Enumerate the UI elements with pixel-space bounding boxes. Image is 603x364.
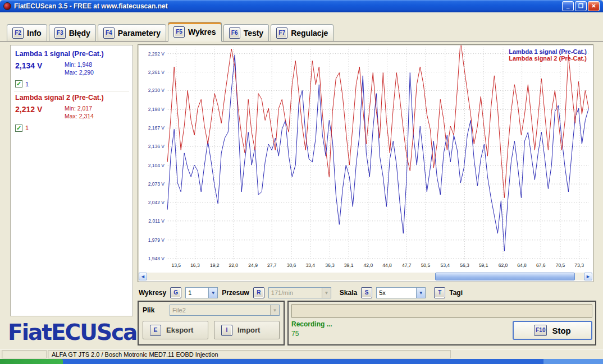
svg-text:42,0: 42,0 [364, 262, 373, 268]
svg-text:30,6: 30,6 [287, 262, 296, 268]
svg-text:73,3: 73,3 [574, 262, 584, 268]
f4-keycap-icon: F4 [103, 27, 115, 39]
chevron-down-icon: ▼ [270, 305, 279, 315]
svg-text:67,6: 67,6 [536, 262, 546, 268]
file-select-value: File2 [170, 307, 270, 314]
plik-label: Plik [143, 306, 164, 314]
signal-value: 2,212 V [15, 105, 65, 114]
t-key-button[interactable]: T [434, 287, 445, 298]
stop-button[interactable]: F10 Stop [513, 321, 592, 340]
f3-keycap-icon: F3 [54, 27, 66, 39]
stop-button-label: Stop [552, 326, 570, 335]
f6-keycap-icon: F6 [229, 27, 240, 39]
g-key-button[interactable]: G [170, 287, 181, 298]
recording-status: Recording ... [291, 320, 513, 329]
svg-text:13,5: 13,5 [172, 262, 181, 268]
svg-text:2,167 V: 2,167 V [148, 125, 165, 131]
file-groupbox: Plik File2 ▼ E Eksport I Import [138, 301, 285, 345]
svg-text:50,5: 50,5 [421, 262, 431, 268]
app-icon [3, 2, 11, 10]
svg-text:16,3: 16,3 [190, 262, 200, 268]
svg-text:62,0: 62,0 [499, 262, 508, 268]
tab-testy-label: Testy [244, 29, 264, 38]
skala-select-value: 5x [377, 289, 416, 296]
close-button[interactable]: ✕ [588, 1, 600, 11]
scroll-thumb[interactable] [435, 273, 575, 280]
svg-text:27,7: 27,7 [267, 262, 277, 268]
signal-channel: 1 [25, 81, 29, 87]
signal-minmax: Min: 2,017 Max: 2,314 [65, 105, 94, 120]
tagi-label: Tagi [449, 289, 463, 297]
import-button-label: Import [237, 326, 260, 334]
taskbar [0, 359, 603, 364]
status-bar: ALFA GT JTS 2.0 / Bosch Motronic MED7.11… [0, 349, 603, 359]
signal-value: 2,134 V [15, 61, 65, 70]
svg-text:33,4: 33,4 [305, 262, 315, 268]
i-keycap-icon: I [221, 325, 232, 336]
fiatecuscan-logo: FiatECUScan [8, 320, 135, 345]
chart-svg: 1,948 V1,979 V2,011 V2,042 V2,073 V2,104… [139, 45, 592, 270]
import-button[interactable]: I Import [214, 321, 280, 339]
svg-text:24,9: 24,9 [248, 262, 258, 268]
chevron-down-icon: ▼ [322, 288, 331, 298]
svg-text:1,948 V: 1,948 V [148, 256, 165, 261]
file-select: File2 ▼ [170, 305, 280, 316]
tab-wykres[interactable]: F5 Wykres [168, 22, 222, 42]
svg-text:39,1: 39,1 [344, 262, 354, 268]
scroll-left-icon[interactable]: ◄ [139, 273, 147, 280]
signal-name: Lambda 1 signal (Pre-Cat.) [15, 50, 128, 58]
tab-info[interactable]: F2 Info [7, 24, 47, 41]
svg-text:2,073 V: 2,073 V [148, 181, 165, 187]
svg-text:64,8: 64,8 [517, 262, 527, 268]
tab-parametery-label: Parametery [118, 29, 161, 38]
signal-max: Max: 2,290 [65, 69, 94, 76]
maximize-button[interactable]: ❐ [575, 1, 587, 11]
skala-label: Skala [340, 289, 357, 297]
svg-text:36,3: 36,3 [325, 262, 335, 268]
signal-minmax: Min: 1,948 Max: 2,290 [65, 61, 94, 76]
przesuw-select-value: 171/min [269, 289, 322, 296]
svg-text:44,8: 44,8 [382, 262, 392, 268]
svg-text:2,011 V: 2,011 V [148, 218, 165, 224]
wykresy-select[interactable]: 1 ▼ [185, 287, 218, 298]
record-groupbox: Recording ... 75 F10 Stop [287, 301, 596, 345]
signal2-checkbox[interactable]: ✓ [15, 125, 22, 132]
svg-text:2,136 V: 2,136 V [148, 144, 165, 149]
status-cell-empty [2, 350, 47, 358]
chart-controls: Wykresy G 1 ▼ Przesuw R 171/min ▼ Skala … [139, 286, 595, 300]
tab-regulacje[interactable]: F7 Regulacje [271, 24, 334, 41]
przesuw-label: Przesuw [222, 289, 249, 297]
s-key-button[interactable]: S [361, 287, 372, 298]
wykresy-select-value: 1 [186, 289, 208, 296]
chart-panel: 1,948 V1,979 V2,011 V2,042 V2,073 V2,104… [138, 44, 593, 282]
tab-bledy[interactable]: F3 Błędy [49, 24, 96, 41]
svg-text:2,042 V: 2,042 V [148, 200, 165, 205]
r-key-button[interactable]: R [253, 287, 264, 298]
skala-select[interactable]: 5x ▼ [376, 287, 426, 298]
tab-parametery[interactable]: F4 Parametery [98, 24, 166, 41]
signal-channel: 1 [25, 125, 29, 131]
scroll-right-icon[interactable]: ► [584, 273, 592, 280]
tab-regulacje-label: Regulacje [291, 29, 328, 38]
chevron-down-icon: ▼ [208, 288, 217, 298]
vehicle-info: ALFA GT JTS 2.0 / Bosch Motronic MED7.11… [48, 350, 451, 358]
signal-lambda1: Lambda 1 signal (Pre-Cat.) 2,134 V Min: … [14, 48, 129, 91]
signal-name: Lambda signal 2 (Pre-Cat.) [15, 94, 128, 102]
title-bar: FiatECUScan 3.5 - FREE at www.fiatecusca… [0, 0, 603, 12]
signal-lambda2: Lambda signal 2 (Pre-Cat.) 2,212 V Min: … [14, 91, 129, 135]
signals-panel: Lambda 1 signal (Pre-Cat.) 2,134 V Min: … [10, 45, 133, 316]
scroll-track[interactable] [147, 273, 584, 280]
svg-text:22,0: 22,0 [229, 262, 239, 268]
tab-bledy-label: Błędy [69, 29, 90, 38]
start-button[interactable] [0, 359, 63, 364]
app-window: FiatECUScan 3.5 - FREE at www.fiatecusca… [0, 0, 603, 364]
svg-text:56,3: 56,3 [460, 262, 469, 268]
signal-min: Min: 2,017 [65, 105, 92, 112]
minimize-button[interactable]: _ [562, 1, 574, 11]
przesuw-select: 171/min ▼ [268, 287, 331, 298]
tab-strip: F2 Info F3 Błędy F4 Parametery F5 Wykres… [0, 12, 603, 41]
tab-testy[interactable]: F6 Testy [223, 24, 269, 41]
eksport-button[interactable]: E Eksport [143, 321, 208, 339]
svg-text:2,104 V: 2,104 V [148, 163, 165, 168]
signal1-checkbox[interactable]: ✓ [15, 80, 22, 87]
